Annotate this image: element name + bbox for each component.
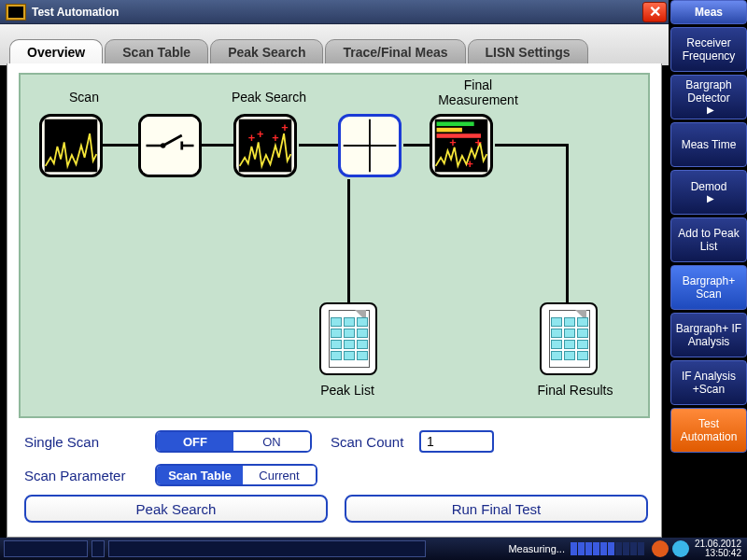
main-panel: Scan Peak Search Final Measurement Peak … [7,63,662,538]
peak-search-block-icon[interactable]: ++ ++ [233,114,297,177]
final-results-icon[interactable] [540,302,598,375]
softkey-demod[interactable]: Demod▶ [670,170,747,215]
action-button-row: Peak Search Run Final Test [24,495,648,523]
tab-peak-search[interactable]: Peak Search [210,39,323,65]
scan-param-scan-table[interactable]: Scan Table [157,466,243,484]
flow-line [495,144,568,147]
svg-text:+: + [248,131,255,145]
label-final-meas-1: Final [413,77,543,92]
single-scan-on[interactable]: ON [233,432,310,451]
single-scan-off[interactable]: OFF [157,432,233,451]
scan-count-input[interactable] [419,430,494,453]
peak-list-icon[interactable] [319,302,377,375]
softkey-bar: Meas Receiver Frequency Bargraph Detecto… [669,0,747,538]
toggle-scan-parameter[interactable]: Scan Table Current [155,464,317,486]
svg-rect-15 [437,121,474,126]
close-icon[interactable]: ✕ [642,2,667,22]
flow-line [299,144,338,147]
empty-block-icon[interactable] [338,114,402,177]
window-titlebar: Test Automation ✕ [0,0,669,24]
label-final-results: Final Results [519,383,631,398]
softkey-bargraph-if-analysis[interactable]: Bargraph+ IF Analysis [670,313,747,357]
svg-rect-6 [45,119,98,173]
tab-lisn-settings[interactable]: LISN Settings [468,39,588,65]
flow-line [566,144,569,302]
flow-line [347,179,350,302]
label-scan-parameter: Scan Parameter [24,468,155,483]
final-meas-block-icon[interactable]: +++ [430,114,493,177]
label-scan: Scan [56,90,112,105]
toggle-single-scan[interactable]: OFF ON [155,430,312,453]
tab-scan-table[interactable]: Scan Table [105,39,208,65]
svg-text:+: + [272,131,278,145]
scan-block-icon[interactable] [39,114,103,177]
label-final-meas-2: Measurement [413,92,543,107]
svg-text:+: + [257,127,263,141]
status-message: Measuring... [508,543,565,554]
status-cell [92,540,105,557]
chevron-right-icon: ▶ [707,193,714,204]
status-datetime: 21.06.201213:50:42 [695,539,741,558]
tab-overview[interactable]: Overview [9,39,103,65]
label-scan-count: Scan Count [331,434,419,450]
softkey-receiver-frequency[interactable]: Receiver Frequency [670,27,747,72]
label-peak-search: Peak Search [213,90,325,105]
flow-diagram: Scan Peak Search Final Measurement Peak … [19,73,650,418]
controls-area: Single Scan OFF ON Scan Count Scan Param… [24,427,648,495]
softkey-bargraph-detector[interactable]: Bargraph Detector▶ [670,75,747,119]
svg-text:+: + [449,135,456,149]
softkey-test-automation[interactable]: Test Automation [670,408,747,453]
svg-rect-16 [437,128,462,133]
svg-text:+: + [281,120,288,134]
spectrum-icon [6,4,26,21]
progress-indicator [571,542,644,555]
status-cell [108,540,426,557]
softkey-add-to-peak-list[interactable]: Add to Peak List [670,217,747,262]
status-bar: Measuring... 21.06.201213:50:42 [0,538,747,560]
softkey-if-analysis-scan[interactable]: IF Analysis +Scan [670,360,747,405]
tab-trace-final-meas[interactable]: Trace/Final Meas [325,39,465,65]
svg-text:+: + [466,157,472,171]
status-cell [4,540,88,557]
softkey-meas-time[interactable]: Meas Time [670,122,747,167]
peak-search-button[interactable]: Peak Search [24,495,328,523]
chevron-right-icon: ▶ [707,105,714,116]
tab-strip: Overview Scan Table Peak Search Trace/Fi… [0,24,669,65]
switch-block-icon[interactable] [138,114,202,177]
label-peak-list: Peak List [301,383,394,398]
label-single-scan: Single Scan [24,434,155,450]
status-help-icon[interactable] [672,540,689,557]
status-tool-icon[interactable] [652,540,669,557]
run-final-test-button[interactable]: Run Final Test [345,495,648,523]
scan-param-current[interactable]: Current [243,466,316,484]
softkey-bargraph-scan[interactable]: Bargraph+ Scan [670,265,747,310]
softkey-header: Meas [670,0,747,24]
flow-line [403,144,430,147]
window-title: Test Automation [32,6,642,19]
svg-text:+: + [475,135,482,149]
